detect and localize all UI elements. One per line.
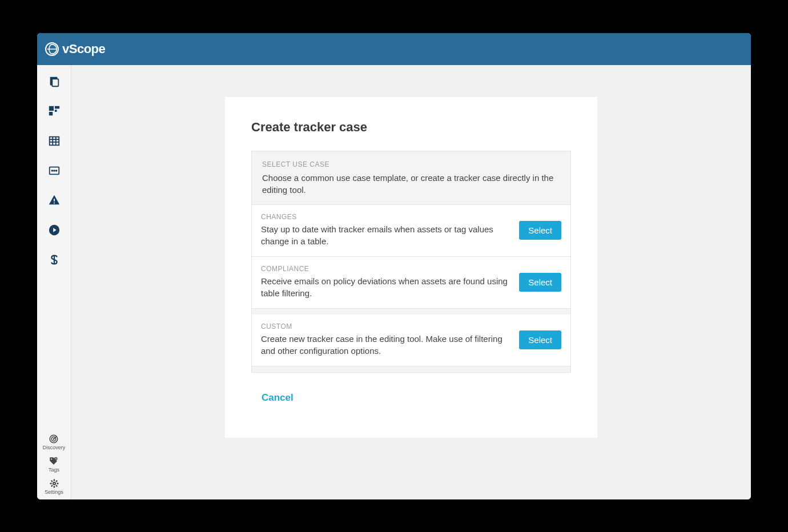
svg-rect-17 xyxy=(54,202,55,203)
case-desc-changes: Stay up to date with tracker emails when… xyxy=(261,223,510,247)
sidebar-label-settings: Settings xyxy=(45,489,63,495)
sidebar-item-tags[interactable]: Tags xyxy=(49,456,59,473)
svg-point-22 xyxy=(51,458,53,460)
play-icon[interactable] xyxy=(48,224,61,236)
content-area: Create tracker case SELECT USE CASE Choo… xyxy=(71,65,751,499)
svg-rect-5 xyxy=(54,110,57,112)
create-tracker-panel: Create tracker case SELECT USE CASE Choo… xyxy=(225,97,597,438)
case-label-changes: CHANGES xyxy=(261,213,510,221)
case-content: COMPLIANCE Receive emails on policy devi… xyxy=(261,265,510,299)
usecase-header: SELECT USE CASE Choose a common use case… xyxy=(252,160,570,205)
dollar-icon[interactable] xyxy=(48,253,61,266)
svg-rect-16 xyxy=(54,199,55,201)
dashboard-icon[interactable] xyxy=(48,105,61,118)
radar-icon xyxy=(49,434,59,444)
case-desc-custom: Create new tracker case in the editing t… xyxy=(261,333,510,357)
case-changes: CHANGES Stay up to date with tracker ema… xyxy=(251,204,571,257)
case-content: CUSTOM Create new tracker case in the ed… xyxy=(261,323,510,357)
globe-icon xyxy=(45,42,59,56)
alert-icon[interactable] xyxy=(48,194,61,207)
terminal-icon[interactable] xyxy=(48,164,61,177)
svg-rect-1 xyxy=(52,79,58,86)
tags-icon xyxy=(49,456,59,466)
app-name: vScope xyxy=(62,42,105,57)
sidebar-top xyxy=(37,75,71,434)
select-compliance-button[interactable]: Select xyxy=(519,273,561,292)
svg-rect-3 xyxy=(49,106,53,110)
gear-icon xyxy=(49,478,59,489)
section-label: SELECT USE CASE xyxy=(262,160,560,168)
case-content: CHANGES Stay up to date with tracker ema… xyxy=(261,213,510,247)
sidebar-label-discovery: Discovery xyxy=(43,445,66,450)
section-desc: Choose a common use case template, or cr… xyxy=(262,172,560,197)
svg-rect-6 xyxy=(49,111,52,115)
svg-point-15 xyxy=(55,170,57,171)
svg-point-13 xyxy=(51,170,53,171)
usecase-box: SELECT USE CASE Choose a common use case… xyxy=(251,151,571,373)
sidebar-bottom: Discovery Tags Settings xyxy=(37,434,71,499)
header-bar: vScope xyxy=(37,33,751,65)
select-changes-button[interactable]: Select xyxy=(519,221,561,240)
cancel-link[interactable]: Cancel xyxy=(262,392,294,404)
case-label-compliance: COMPLIANCE xyxy=(261,265,510,273)
app-window: vScope xyxy=(37,33,751,499)
case-compliance: COMPLIANCE Receive emails on policy devi… xyxy=(251,257,571,309)
main-area: Discovery Tags Settings Create t xyxy=(37,65,751,499)
case-label-custom: CUSTOM xyxy=(261,323,510,331)
svg-rect-7 xyxy=(49,136,59,145)
svg-point-14 xyxy=(54,170,55,171)
sidebar-label-tags: Tags xyxy=(49,467,59,473)
table-icon[interactable] xyxy=(48,135,61,147)
logo[interactable]: vScope xyxy=(45,42,105,57)
case-custom: CUSTOM Create new tracker case in the ed… xyxy=(251,315,571,366)
sidebar-item-discovery[interactable]: Discovery xyxy=(43,434,66,450)
sidebar: Discovery Tags Settings xyxy=(37,65,71,499)
select-custom-button[interactable]: Select xyxy=(519,331,561,349)
sidebar-item-settings[interactable]: Settings xyxy=(45,478,63,495)
panel-title: Create tracker case xyxy=(251,120,571,135)
documents-icon[interactable] xyxy=(48,75,61,88)
svg-rect-4 xyxy=(54,106,59,108)
case-desc-compliance: Receive emails on policy deviations when… xyxy=(261,275,510,299)
